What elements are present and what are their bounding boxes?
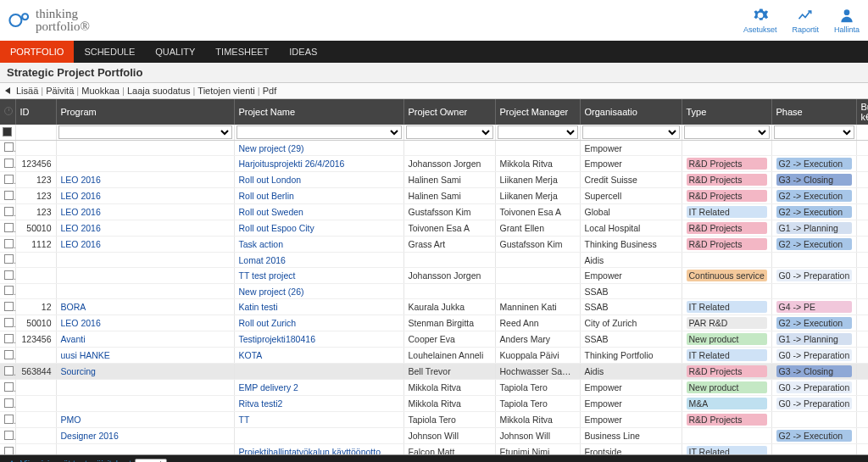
cell-budget [856,299,868,315]
row-checkbox[interactable] [4,302,14,311]
row-checkbox[interactable] [4,207,14,216]
header-settings[interactable]: Asetukset [743,7,777,34]
table-row[interactable]: 1112LEO 2016Task actionGrass ArtGustafss… [0,237,868,253]
table-row[interactable]: uusi HANKEKOTALouhelainen AnneliKuoppala… [0,348,868,364]
cell-phase: G0 -> Preparation [771,348,856,364]
cell-budget [856,220,868,237]
cell-type: R&D Projects [682,364,771,380]
cell-type: IT Related [682,299,771,315]
col-header[interactable] [0,99,15,125]
filter-project-owner[interactable] [406,125,493,139]
nav-timesheet[interactable]: TIMESHEET [205,41,279,63]
footer-updates-link[interactable]: Viimeisimmät tuotepäivitykset Suomi [7,459,167,463]
page-title: Strategic Project Portfolio [0,63,868,83]
row-checkbox[interactable] [4,350,14,359]
language-selector[interactable]: Suomi [135,459,167,463]
row-checkbox[interactable] [4,239,14,248]
nav-schedule[interactable]: SCHEDULE [74,41,145,63]
col-header[interactable]: Project Name [234,99,403,125]
row-checkbox[interactable] [4,334,14,343]
table-row[interactable]: 123LEO 2016Roll out LondonHalinen SamiLi… [0,172,868,188]
toolbar-päivitä[interactable]: Päivitä [46,86,74,96]
toolbar-muokkaa[interactable]: Muokkaa [81,86,120,96]
data-grid[interactable]: IDProgramProject NameProject OwnerProjec… [0,99,868,455]
row-checkbox[interactable] [4,382,14,392]
row-checkbox[interactable] [4,175,14,184]
col-header[interactable]: Type [682,99,771,125]
row-checkbox[interactable] [4,318,14,327]
cell-program [56,284,234,299]
cell-id [15,412,56,428]
toolbar-laaja-suodatus[interactable]: Laaja suodatus [127,86,191,96]
row-checkbox[interactable] [4,398,14,408]
row-checkbox[interactable] [4,254,14,264]
cell-project-name: Roll out Sweden [234,204,403,220]
cell-id [15,284,56,299]
row-checkbox[interactable] [4,191,14,200]
cell-manager: Etunimi Nimi [495,444,580,456]
cell-phase: G1 -> Planning [771,220,856,237]
cell-program [56,156,234,172]
row-checkbox[interactable] [4,366,14,376]
table-row[interactable]: 50010LEO 2016Roll out ZurichStenman Birg… [0,315,868,331]
filter-type[interactable] [684,125,770,139]
cell-phase: G3 -> Closing [771,364,856,380]
row-checkbox[interactable] [4,447,14,456]
col-header[interactable]: Program [56,99,234,125]
col-header[interactable]: Phase [771,99,856,125]
col-header[interactable]: Project Owner [403,99,495,125]
table-row[interactable]: 563844SourcingBell TrevorHochwasser Sask… [0,364,868,380]
cell-id: 50010 [15,315,56,331]
header-reports[interactable]: Raportit [792,7,819,34]
table-row[interactable]: PMOTTTapiola TeroMikkola RitvaEmpowerR&D… [0,412,868,428]
toolbar-tietojen-vienti[interactable]: Tietojen vienti [198,86,254,96]
cell-manager: Anders Mary [495,331,580,348]
table-row[interactable]: 12BORAKatin testiKaurala JukkaManninen K… [0,299,868,315]
row-checkbox[interactable] [4,431,14,440]
nav-portfolio[interactable]: PORTFOLIO [0,41,74,63]
filter-program[interactable] [58,125,232,139]
col-header[interactable]: Organisaatio [580,99,682,125]
col-header[interactable]: Budget k€ [856,99,868,125]
table-row[interactable]: Designer 2016Johnson WillJohnson WillBus… [0,428,868,444]
table-row[interactable]: 50010LEO 2016Roll out Espoo CityToivonen… [0,220,868,237]
row-checkbox[interactable] [4,159,14,168]
row-checkbox[interactable] [4,223,14,232]
select-all-checkbox[interactable] [3,127,12,136]
toolbar-pdf[interactable]: Pdf [263,86,277,96]
row-checkbox[interactable] [4,142,14,152]
table-row[interactable]: EMP delivery 2Mikkola RitvaTapiola TeroE… [0,380,868,396]
cell-phase: G2 -> Execution [771,315,856,331]
filter-organisaatio[interactable] [582,125,680,139]
nav-quality[interactable]: QUALITY [145,41,205,63]
nav-ideas[interactable]: IDEAS [279,41,327,63]
table-row[interactable]: Ritva testi2Mikkola RitvaTapiola TeroEmp… [0,396,868,412]
table-row[interactable]: New project (29)Empower [0,141,868,156]
table-row[interactable]: TT test projectJohansson JorgenEmpowerCo… [0,268,868,284]
row-checkbox[interactable] [4,270,14,280]
cell-type [682,141,771,156]
table-row[interactable]: 123456Harjoitusprojekti 26/4/2016Johanss… [0,156,868,172]
filter-project-name[interactable] [236,125,402,139]
table-row[interactable]: 123LEO 2016Roll out SwedenGustafsson Kim… [0,204,868,220]
table-row[interactable]: 123456AvantiTestiprojekti180416Cooper Ev… [0,331,868,348]
filter-project-manager[interactable] [498,125,578,139]
filter-phase[interactable] [774,125,854,139]
col-header[interactable]: Project Manager [495,99,580,125]
row-checkbox[interactable] [4,286,14,295]
table-row[interactable]: New project (26)SSAB [0,284,868,299]
table-row[interactable]: 123LEO 2016Roll out BerlinHalinen SamiLi… [0,188,868,204]
row-checkbox[interactable] [4,415,14,424]
toolbar-lisää[interactable]: Lisää [16,86,38,96]
cell-phase [771,284,856,299]
cell-program [56,268,234,284]
table-row[interactable]: Lomat 2016Aidis [0,253,868,268]
cell-program: Sourcing [56,364,234,380]
cell-type [682,253,771,268]
col-header[interactable]: ID [15,99,56,125]
logo-icon [8,8,32,32]
cell-id: 563844 [15,364,56,380]
toolbar-back-icon[interactable] [5,87,10,94]
header-admin[interactable]: Hallinta [834,7,860,34]
table-row[interactable]: Projektihallintatyökalun käyttöönottoFal… [0,444,868,456]
